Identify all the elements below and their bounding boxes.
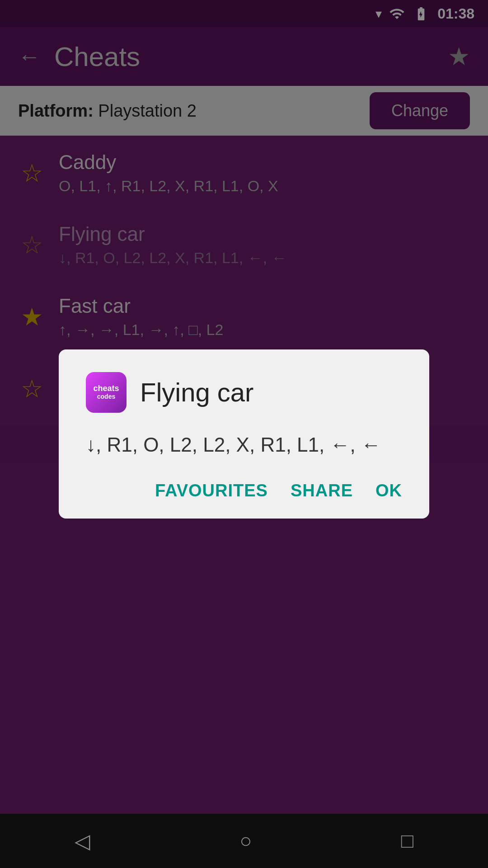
dialog-overlay: cheats codes Flying car ↓, R1, O, L2, L2… xyxy=(0,0,488,868)
dialog-title: Flying car xyxy=(140,377,253,407)
favourites-button[interactable]: FAVOURITES xyxy=(155,481,268,500)
app-icon: cheats codes xyxy=(86,372,127,413)
share-button[interactable]: SHARE xyxy=(291,481,353,500)
dialog: cheats codes Flying car ↓, R1, O, L2, L2… xyxy=(59,349,429,519)
dialog-code: ↓, R1, O, L2, L2, X, R1, L1, ←, ← xyxy=(86,431,402,459)
ok-button[interactable]: OK xyxy=(375,481,402,500)
dialog-header: cheats codes Flying car xyxy=(86,372,402,413)
dialog-actions: FAVOURITES SHARE OK xyxy=(86,481,402,500)
